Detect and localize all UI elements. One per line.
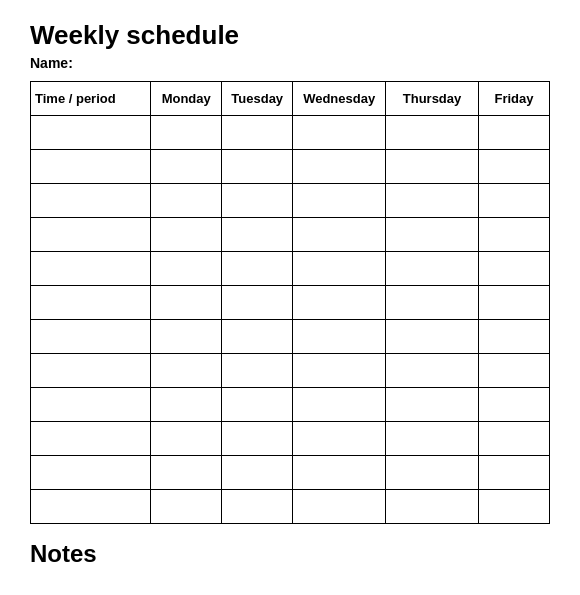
- table-cell[interactable]: [478, 388, 549, 422]
- table-row[interactable]: [31, 388, 550, 422]
- table-cell[interactable]: [386, 116, 479, 150]
- table-cell[interactable]: [478, 456, 549, 490]
- table-cell[interactable]: [151, 116, 222, 150]
- table-cell[interactable]: [151, 422, 222, 456]
- table-row[interactable]: [31, 286, 550, 320]
- table-cell[interactable]: [222, 422, 293, 456]
- table-cell[interactable]: [478, 320, 549, 354]
- name-label: Name:: [30, 55, 550, 71]
- schedule-table: Time / period Monday Tuesday Wednesday T…: [30, 81, 550, 524]
- table-cell[interactable]: [222, 252, 293, 286]
- table-cell[interactable]: [222, 320, 293, 354]
- table-cell[interactable]: [478, 116, 549, 150]
- table-row[interactable]: [31, 184, 550, 218]
- table-cell[interactable]: [222, 286, 293, 320]
- table-row[interactable]: [31, 456, 550, 490]
- table-cell[interactable]: [293, 490, 386, 524]
- table-cell[interactable]: [293, 116, 386, 150]
- table-cell[interactable]: [31, 388, 151, 422]
- col-header-time: Time / period: [31, 82, 151, 116]
- table-cell[interactable]: [386, 456, 479, 490]
- table-cell[interactable]: [31, 116, 151, 150]
- table-cell[interactable]: [151, 456, 222, 490]
- table-cell[interactable]: [478, 286, 549, 320]
- table-cell[interactable]: [386, 490, 479, 524]
- table-cell[interactable]: [478, 252, 549, 286]
- table-cell[interactable]: [222, 116, 293, 150]
- notes-title: Notes: [30, 540, 550, 568]
- table-cell[interactable]: [293, 320, 386, 354]
- table-cell[interactable]: [478, 422, 549, 456]
- table-cell[interactable]: [386, 218, 479, 252]
- table-row[interactable]: [31, 320, 550, 354]
- table-cell[interactable]: [293, 218, 386, 252]
- table-row[interactable]: [31, 422, 550, 456]
- col-header-wed: Wednesday: [293, 82, 386, 116]
- table-cell[interactable]: [293, 388, 386, 422]
- page: Weekly schedule Name: Time / period Mond…: [30, 20, 550, 568]
- table-cell[interactable]: [293, 184, 386, 218]
- table-cell[interactable]: [478, 150, 549, 184]
- table-cell[interactable]: [31, 218, 151, 252]
- col-header-mon: Monday: [151, 82, 222, 116]
- table-cell[interactable]: [31, 354, 151, 388]
- table-cell[interactable]: [31, 456, 151, 490]
- table-cell[interactable]: [151, 388, 222, 422]
- table-row[interactable]: [31, 218, 550, 252]
- table-cell[interactable]: [31, 286, 151, 320]
- table-cell[interactable]: [151, 286, 222, 320]
- table-cell[interactable]: [293, 252, 386, 286]
- table-cell[interactable]: [386, 422, 479, 456]
- table-cell[interactable]: [31, 320, 151, 354]
- table-cell[interactable]: [478, 490, 549, 524]
- table-cell[interactable]: [151, 150, 222, 184]
- table-cell[interactable]: [293, 286, 386, 320]
- table-cell[interactable]: [151, 490, 222, 524]
- table-cell[interactable]: [31, 422, 151, 456]
- table-cell[interactable]: [151, 252, 222, 286]
- table-cell[interactable]: [222, 354, 293, 388]
- table-cell[interactable]: [222, 456, 293, 490]
- col-header-thu: Thursday: [386, 82, 479, 116]
- col-header-fri: Friday: [478, 82, 549, 116]
- table-cell[interactable]: [31, 490, 151, 524]
- table-row[interactable]: [31, 116, 550, 150]
- table-cell[interactable]: [478, 218, 549, 252]
- table-row[interactable]: [31, 490, 550, 524]
- table-cell[interactable]: [151, 354, 222, 388]
- table-cell[interactable]: [151, 184, 222, 218]
- table-cell[interactable]: [31, 150, 151, 184]
- table-cell[interactable]: [151, 218, 222, 252]
- table-cell[interactable]: [222, 490, 293, 524]
- table-cell[interactable]: [222, 184, 293, 218]
- table-cell[interactable]: [31, 252, 151, 286]
- table-cell[interactable]: [222, 150, 293, 184]
- table-row[interactable]: [31, 354, 550, 388]
- table-cell[interactable]: [222, 388, 293, 422]
- table-cell[interactable]: [386, 388, 479, 422]
- table-cell[interactable]: [386, 184, 479, 218]
- table-cell[interactable]: [478, 184, 549, 218]
- page-title: Weekly schedule: [30, 20, 550, 51]
- table-cell[interactable]: [293, 422, 386, 456]
- table-cell[interactable]: [222, 218, 293, 252]
- table-cell[interactable]: [478, 354, 549, 388]
- table-row[interactable]: [31, 252, 550, 286]
- table-cell[interactable]: [386, 354, 479, 388]
- table-cell[interactable]: [386, 252, 479, 286]
- table-cell[interactable]: [386, 320, 479, 354]
- table-cell[interactable]: [386, 286, 479, 320]
- col-header-tue: Tuesday: [222, 82, 293, 116]
- table-row[interactable]: [31, 150, 550, 184]
- table-cell[interactable]: [293, 354, 386, 388]
- table-header-row: Time / period Monday Tuesday Wednesday T…: [31, 82, 550, 116]
- table-cell[interactable]: [293, 150, 386, 184]
- table-cell[interactable]: [151, 320, 222, 354]
- table-cell[interactable]: [293, 456, 386, 490]
- table-cell[interactable]: [386, 150, 479, 184]
- table-cell[interactable]: [31, 184, 151, 218]
